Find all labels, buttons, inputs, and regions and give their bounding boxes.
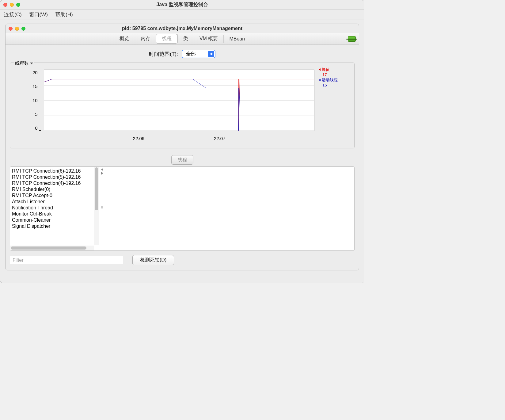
tabbar: 概览 内存 线程 类 VM 概要 MBean (6, 33, 359, 45)
scrollbar-horizontal[interactable] (10, 246, 94, 250)
y-axis-labels: 20151050 (32, 70, 38, 131)
mdi-area: pid: 59795 com.wdbyte.jmx.MyMemoryManage… (0, 20, 364, 283)
inner-maximize-icon[interactable] (21, 27, 25, 31)
thread-item[interactable]: RMI TCP Connection(6)-192.16 (10, 168, 99, 174)
filter-input[interactable]: Filter (10, 256, 123, 265)
legend-peak: 峰值 (319, 67, 352, 72)
thread-item[interactable]: Notification Thread (10, 205, 99, 211)
tab-classes[interactable]: 类 (177, 34, 194, 43)
chevron-down-icon (30, 63, 33, 64)
detect-deadlock-button[interactable]: 检测死锁(D) (132, 255, 174, 265)
scrollbar-vertical[interactable] (94, 167, 99, 245)
tab-threads[interactable]: 线程 (156, 34, 177, 44)
x-axis-bar (44, 134, 314, 134)
thread-list-panel: RMI TCP Connection(6)-192.16RMI TCP Conn… (10, 166, 355, 251)
y-tick: 20 (32, 70, 38, 75)
legend-peak-marker-icon (319, 68, 321, 71)
thread-chart-panel: 线程数 20151050 22:0622:07 峰值 17 (10, 63, 355, 148)
thread-item[interactable]: Attach Listener (10, 199, 99, 205)
menu-help[interactable]: 帮助(H) (55, 11, 73, 18)
inner-titlebar: pid: 59795 com.wdbyte.jmx.MyMemoryManage… (6, 24, 359, 33)
menu-window[interactable]: 窗口(W) (29, 11, 48, 18)
thread-item[interactable]: RMI TCP Connection(5)-192.16 (10, 174, 99, 180)
scrollbar-thumb-v[interactable] (95, 167, 98, 210)
splitter[interactable] (99, 167, 105, 250)
y-tick: 15 (32, 84, 38, 89)
splitter-left-icon (101, 168, 103, 171)
tab-overview[interactable]: 概览 (114, 34, 135, 43)
chart-svg (44, 70, 314, 131)
bottom-row: Filter 检测死锁(D) (10, 255, 355, 270)
time-range-dropdown[interactable]: 全部 (182, 50, 215, 58)
dropdown-arrows-icon (210, 53, 213, 55)
connection-status-icon (348, 36, 356, 42)
inner-window: pid: 59795 com.wdbyte.jmx.MyMemoryManage… (5, 24, 359, 270)
legend-peak-value: 17 (319, 72, 352, 78)
legend-live-value: 15 (319, 83, 352, 88)
scrollbar-thumb-h[interactable] (11, 246, 86, 250)
outer-window-title: Java 监视和管理控制台 (3, 2, 361, 8)
tab-vm-summary[interactable]: VM 概要 (194, 34, 223, 43)
thread-item[interactable]: Monitor Ctrl-Break (10, 211, 99, 217)
time-range-value: 全部 (186, 51, 196, 57)
y-tick: 5 (32, 112, 38, 117)
inner-traffic-lights (9, 27, 25, 31)
traffic-lights (3, 3, 20, 7)
y-tick: 0 (32, 125, 38, 131)
thread-detail (105, 167, 354, 250)
menu-connection[interactable]: 连接(C) (4, 11, 22, 18)
thread-item[interactable]: RMI TCP Connection(4)-192.16 (10, 180, 99, 186)
x-tick: 22:07 (214, 136, 226, 141)
maximize-icon[interactable] (16, 3, 20, 7)
legend-live-marker-icon (319, 79, 321, 81)
thread-item[interactable]: RMI TCP Accept-0 (10, 193, 99, 199)
y-axis-bar (40, 70, 40, 131)
time-range-label: 时间范围(T): (149, 51, 178, 58)
x-axis-labels: 22:0622:07 (44, 136, 314, 141)
thread-center-row: 线程 (6, 153, 359, 166)
thread-list[interactable]: RMI TCP Connection(6)-192.16RMI TCP Conn… (10, 167, 99, 250)
thread-chart-plot: 20151050 22:0622:07 (44, 70, 314, 131)
tab-mbean[interactable]: MBean (223, 35, 250, 43)
x-tick: 22:06 (133, 136, 145, 141)
close-icon[interactable] (3, 3, 7, 7)
thread-item[interactable]: Common-Cleaner (10, 217, 99, 223)
splitter-knob-icon (101, 206, 103, 208)
inner-window-title: pid: 59795 com.wdbyte.jmx.MyMemoryManage… (9, 26, 356, 31)
inner-close-icon[interactable] (9, 27, 13, 31)
tab-memory[interactable]: 内存 (135, 34, 156, 43)
chart-legend: 峰值 17 活动线程 15 (319, 67, 352, 88)
chart-panel-title[interactable]: 线程数 (14, 60, 34, 66)
minimize-icon[interactable] (10, 3, 14, 7)
y-tick: 10 (32, 98, 38, 103)
thread-item[interactable]: RMI Scheduler(0) (10, 186, 99, 193)
inner-minimize-icon[interactable] (15, 27, 19, 31)
menubar: 连接(C) 窗口(W) 帮助(H) (0, 10, 364, 20)
splitter-right-icon (101, 172, 103, 175)
legend-live: 活动线程 (319, 78, 352, 83)
time-range-row: 时间范围(T): 全部 (6, 45, 359, 63)
outer-titlebar: Java 监视和管理控制台 (0, 0, 364, 10)
threads-button[interactable]: 线程 (171, 155, 193, 165)
outer-window: Java 监视和管理控制台 连接(C) 窗口(W) 帮助(H) pid: 597… (0, 0, 364, 283)
thread-item[interactable]: Signal Dispatcher (10, 223, 99, 229)
